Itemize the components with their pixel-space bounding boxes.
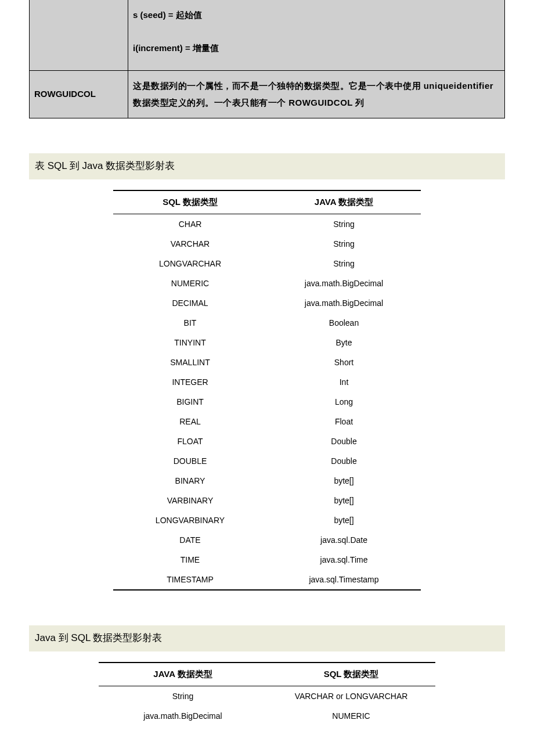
section-title-sql-to-java: 表 SQL 到 Java 数据类型影射表 <box>29 153 505 179</box>
cell-sql: REAL <box>113 412 267 431</box>
table-row: TIMEjava.sql.Time <box>113 550 421 570</box>
cell-sql: DOUBLE <box>113 451 267 471</box>
cell-java: java.math.BigDecimal <box>267 293 421 313</box>
cell-java: java.math.BigDecimal <box>99 706 267 726</box>
table-row: FLOATDouble <box>113 431 421 451</box>
cell-java: java.sql.Time <box>267 550 421 570</box>
table-row: BIGINTLong <box>113 392 421 412</box>
cell-sql: NUMERIC <box>267 706 435 726</box>
cell-sql: VARBINARY <box>113 491 267 510</box>
table-row: BINARYbyte[] <box>113 471 421 491</box>
cell-sql: INTEGER <box>113 372 267 392</box>
table-row: s (seed) = 起始值 i(increment) = 增量值 <box>30 0 505 71</box>
cell-sql: VARCHAR <box>113 234 267 254</box>
cell-sql: TIME <box>113 550 267 570</box>
cell-java: byte[] <box>267 510 421 530</box>
def-label-cell: ROWGUIDCOL <box>30 71 128 118</box>
cell-sql: VARCHAR or LONGVARCHAR <box>267 686 435 707</box>
cell-java: String <box>99 686 267 707</box>
sql-to-java-table: SQL 数据类型 JAVA 数据类型 CHARStringVARCHARStri… <box>113 190 421 591</box>
table-row: SMALLINTShort <box>113 352 421 372</box>
table-row: CHARString <box>113 214 421 235</box>
col-header-sql: SQL 数据类型 <box>267 663 435 686</box>
cell-java: Double <box>267 431 421 451</box>
cell-java: String <box>267 254 421 273</box>
col-header-sql: SQL 数据类型 <box>113 190 267 214</box>
table-row: INTEGERInt <box>113 372 421 392</box>
cell-java: java.sql.Date <box>267 530 421 550</box>
cell-sql: DECIMAL <box>113 293 267 313</box>
cell-java: byte[] <box>267 491 421 510</box>
cell-sql: BIT <box>113 313 267 333</box>
cell-sql: LONGVARBINARY <box>113 510 267 530</box>
cell-java: Float <box>267 412 421 431</box>
cell-java: Double <box>267 451 421 471</box>
def-label-cell <box>30 0 128 71</box>
table-row: TINYINTByte <box>113 333 421 352</box>
cell-java: String <box>267 214 421 235</box>
table-row: LONGVARCHARString <box>113 254 421 273</box>
table-row: BITBoolean <box>113 313 421 333</box>
def-desc-cell: s (seed) = 起始值 i(increment) = 增量值 <box>128 0 505 71</box>
cell-java: Boolean <box>267 313 421 333</box>
table-row: StringVARCHAR or LONGVARCHAR <box>99 686 435 707</box>
cell-sql: CHAR <box>113 214 267 235</box>
java-to-sql-table: JAVA 数据类型 SQL 数据类型 StringVARCHAR or LONG… <box>99 662 435 726</box>
cell-sql: DATE <box>113 530 267 550</box>
cell-sql: TINYINT <box>113 333 267 352</box>
table-row: DATEjava.sql.Date <box>113 530 421 550</box>
cell-java: Long <box>267 392 421 412</box>
table-row: java.math.BigDecimalNUMERIC <box>99 706 435 726</box>
cell-sql: LONGVARCHAR <box>113 254 267 273</box>
cell-sql: TIMESTAMP <box>113 570 267 590</box>
cell-java: Short <box>267 352 421 372</box>
table-row: DECIMALjava.math.BigDecimal <box>113 293 421 313</box>
cell-java: java.math.BigDecimal <box>267 273 421 293</box>
table-row: REALFloat <box>113 412 421 431</box>
section-title-java-to-sql: Java 到 SQL 数据类型影射表 <box>29 625 505 651</box>
cell-sql: SMALLINT <box>113 352 267 372</box>
cell-sql: BIGINT <box>113 392 267 412</box>
table-row: VARBINARYbyte[] <box>113 491 421 510</box>
table-row: DOUBLEDouble <box>113 451 421 471</box>
cell-java: Byte <box>267 333 421 352</box>
table-row: ROWGUIDCOL 这是数据列的一个属性，而不是一个独特的数据类型。它是一个表… <box>30 71 505 118</box>
cell-java: String <box>267 234 421 254</box>
cell-sql: NUMERIC <box>113 273 267 293</box>
cell-java: byte[] <box>267 471 421 491</box>
definition-table: s (seed) = 起始值 i(increment) = 增量值 ROWGUI… <box>29 0 505 118</box>
col-header-java: JAVA 数据类型 <box>99 663 267 686</box>
table-row: LONGVARBINARYbyte[] <box>113 510 421 530</box>
cell-sql: FLOAT <box>113 431 267 451</box>
def-desc-line: s (seed) = 起始值 <box>133 7 500 24</box>
def-desc-line: i(increment) = 增量值 <box>133 40 500 57</box>
table-row: NUMERICjava.math.BigDecimal <box>113 273 421 293</box>
cell-sql: BINARY <box>113 471 267 491</box>
cell-java: java.sql.Timestamp <box>267 570 421 590</box>
col-header-java: JAVA 数据类型 <box>267 190 421 214</box>
table-row: TIMESTAMPjava.sql.Timestamp <box>113 570 421 590</box>
def-desc-cell: 这是数据列的一个属性，而不是一个独特的数据类型。它是一个表中使用 uniquei… <box>128 71 505 118</box>
table-row: VARCHARString <box>113 234 421 254</box>
cell-java: Int <box>267 372 421 392</box>
